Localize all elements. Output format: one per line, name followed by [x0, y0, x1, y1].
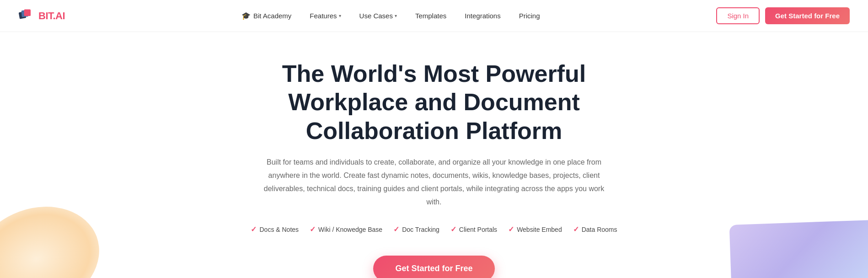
chevron-down-icon: ▾	[339, 13, 341, 18]
get-started-hero-button[interactable]: Get Started for Free	[373, 256, 494, 278]
nav-item-pricing[interactable]: Pricing	[512, 8, 547, 23]
logo[interactable]: BIT.AI	[18, 8, 65, 24]
nav-item-integrations[interactable]: Integrations	[457, 8, 508, 23]
chevron-down-icon: ▾	[395, 13, 397, 18]
navbar-right: Sign In Get Started for Free	[716, 7, 850, 24]
nav-item-features[interactable]: Features ▾	[302, 8, 348, 23]
feature-docs-notes: ✓ Docs & Notes	[251, 225, 299, 234]
mortarboard-icon: 🎓	[241, 11, 251, 20]
signin-button[interactable]: Sign In	[716, 7, 760, 24]
nav-item-bit-academy[interactable]: 🎓 Bit Academy	[234, 8, 299, 24]
navbar-left: BIT.AI	[18, 8, 65, 24]
check-icon: ✓	[573, 225, 579, 234]
nav-item-templates[interactable]: Templates	[408, 8, 454, 23]
features-list: ✓ Docs & Notes ✓ Wiki / Knowedge Base ✓ …	[251, 225, 617, 234]
check-icon: ✓	[310, 225, 316, 234]
svg-rect-2	[24, 9, 31, 16]
bg-decoration-right	[729, 219, 868, 278]
hero-title: The World's Most Powerful Workplace and …	[251, 59, 617, 145]
check-icon: ✓	[508, 225, 514, 234]
check-icon: ✓	[393, 225, 399, 234]
nav-item-use-cases[interactable]: Use Cases ▾	[352, 8, 404, 23]
bg-decoration-left	[0, 190, 114, 278]
feature-doc-tracking: ✓ Doc Tracking	[393, 225, 439, 234]
check-icon: ✓	[251, 225, 257, 234]
hero-section: The World's Most Powerful Workplace and …	[0, 32, 868, 278]
bit-logo-icon	[18, 8, 35, 24]
check-icon: ✓	[450, 225, 456, 234]
feature-website-embed: ✓ Website Embed	[508, 225, 562, 234]
feature-data-rooms: ✓ Data Rooms	[573, 225, 617, 234]
get-started-nav-button[interactable]: Get Started for Free	[765, 7, 850, 24]
feature-client-portals: ✓ Client Portals	[450, 225, 497, 234]
logo-text: BIT.AI	[38, 10, 65, 22]
navbar: BIT.AI 🎓 Bit Academy Features ▾ Use Case…	[0, 0, 868, 32]
feature-wiki: ✓ Wiki / Knowedge Base	[310, 225, 382, 234]
navbar-center: 🎓 Bit Academy Features ▾ Use Cases ▾ Tem…	[234, 8, 547, 24]
hero-subtitle: Built for teams and individuals to creat…	[260, 156, 608, 208]
